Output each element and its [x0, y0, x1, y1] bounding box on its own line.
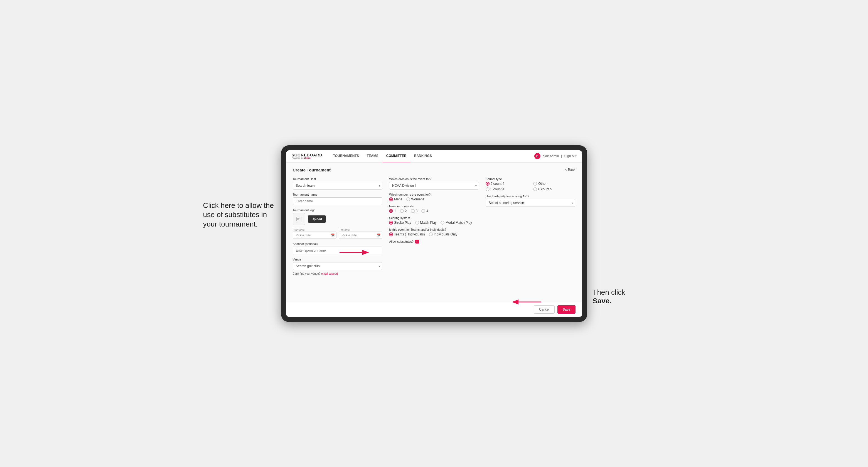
format-6count4-option[interactable]: 6 count 4	[486, 187, 528, 191]
scoring-medal-radio[interactable]	[440, 221, 444, 225]
arrow-substitute	[337, 244, 370, 261]
format-type-group: Format type 5 count 4 Other	[486, 177, 576, 191]
scoring-api-group: Use third-party live scoring API? Select…	[486, 194, 576, 207]
scoring-api-select[interactable]: Select a scoring service	[486, 199, 576, 207]
format-other-label: Other	[538, 182, 547, 186]
dates-group: Start date 📅 End date	[293, 228, 383, 239]
scoring-medal-label: Medal Match Play	[445, 221, 472, 225]
format-6count4-radio[interactable]	[486, 187, 490, 191]
round-1-label: 1	[394, 209, 396, 213]
scoring-match-radio[interactable]	[415, 221, 419, 225]
format-6count5-radio[interactable]	[533, 187, 537, 191]
tournament-name-group: Tournament name	[293, 193, 383, 205]
scoring-stroke-option[interactable]: Stroke Play	[389, 221, 411, 225]
round-3-radio[interactable]	[411, 209, 415, 213]
event-type-radio-group: Teams (+Individuals) Individuals Only	[389, 232, 479, 236]
main-content: Create Tournament < Back Tournament Host…	[286, 162, 582, 302]
tournament-host-group: Tournament Host Search team	[293, 177, 383, 189]
round-4-radio[interactable]	[421, 209, 425, 213]
tablet-frame: SCOREBOARD Powered by clippd TOURNAMENTS…	[281, 145, 587, 322]
logo-upload-area: Upload	[293, 213, 383, 225]
scoring-match-option[interactable]: Match Play	[415, 221, 437, 225]
format-5count4-radio[interactable]	[486, 182, 490, 186]
individuals-radio[interactable]	[429, 232, 433, 236]
teams-label: Teams (+Individuals)	[394, 232, 425, 236]
sign-out-link[interactable]: Sign out	[564, 154, 576, 158]
substitutes-checkbox-group: Allow substitutes?	[389, 240, 479, 244]
page-title: Create Tournament	[293, 167, 331, 172]
logo-area: SCOREBOARD Powered by clippd	[292, 153, 322, 159]
scoring-stroke-radio[interactable]	[389, 221, 393, 225]
round-2-radio[interactable]	[400, 209, 404, 213]
tournament-name-input[interactable]	[293, 197, 383, 205]
event-type-group: Is this event for Teams and/or Individua…	[389, 228, 479, 236]
start-date-input[interactable]	[293, 231, 337, 239]
teams-option[interactable]: Teams (+Individuals)	[389, 232, 425, 236]
format-5count4-option[interactable]: 5 count 4	[486, 182, 528, 186]
tournament-host-select[interactable]: Search team	[293, 182, 383, 189]
annotation-right: Then click Save.	[593, 288, 648, 305]
gender-mens-option[interactable]: Mens	[389, 197, 402, 201]
format-type-options: 5 count 4 Other 6 count 4	[486, 182, 576, 191]
division-select[interactable]: NCAA Division I	[389, 182, 479, 189]
tournament-logo-label: Tournament logo	[293, 209, 383, 212]
round-4-option[interactable]: 4	[421, 209, 428, 213]
round-1-option[interactable]: 1	[389, 209, 396, 213]
nav-link-teams[interactable]: TEAMS	[363, 150, 382, 162]
annotation-left: Click here to allow the use of substitut…	[203, 201, 276, 229]
nav-link-tournaments[interactable]: TOURNAMENTS	[329, 150, 363, 162]
tablet-screen: SCOREBOARD Powered by clippd TOURNAMENTS…	[286, 150, 582, 317]
logo-scoreboard: SCOREBOARD	[292, 153, 322, 157]
individuals-option[interactable]: Individuals Only	[429, 232, 458, 236]
event-type-label: Is this event for Teams and/or Individua…	[389, 228, 479, 231]
venue-select[interactable]: Search golf club	[293, 262, 383, 270]
tournament-logo-group: Tournament logo Upload	[293, 209, 383, 225]
substitutes-checkbox[interactable]	[415, 240, 419, 244]
gender-mens-radio[interactable]	[389, 197, 393, 201]
save-button[interactable]: Save	[557, 305, 575, 314]
format-6count4-label: 6 count 4	[491, 187, 504, 191]
scoring-medal-option[interactable]: Medal Match Play	[440, 221, 472, 225]
tournament-host-label: Tournament Host	[293, 177, 383, 181]
end-date-label: End date	[339, 228, 382, 231]
scoring-match-label: Match Play	[420, 221, 437, 225]
format-type-label: Format type	[486, 177, 576, 181]
logo-placeholder	[293, 213, 305, 225]
scoring-stroke-label: Stroke Play	[394, 221, 411, 225]
format-other-radio[interactable]	[533, 182, 537, 186]
gender-radio-group: Mens Womens	[389, 197, 479, 201]
user-name: blair admin	[543, 154, 559, 158]
round-2-option[interactable]: 2	[400, 209, 407, 213]
scoring-radio-group: Stroke Play Match Play Medal Match Play	[389, 221, 479, 225]
end-date-input[interactable]	[339, 231, 382, 239]
back-link[interactable]: < Back	[565, 168, 575, 172]
nav-link-committee[interactable]: COMMITTEE	[382, 150, 410, 162]
form-grid: Tournament Host Search team Tournament n…	[293, 177, 576, 275]
nav-links: TOURNAMENTS TEAMS COMMITTEE RANKINGS	[329, 150, 534, 162]
svg-rect-2	[297, 217, 301, 221]
rounds-label: Number of rounds	[389, 205, 479, 208]
gender-womens-radio[interactable]	[406, 197, 410, 201]
calendar-end-icon: 📅	[377, 233, 381, 237]
arrow-save	[511, 297, 544, 308]
gender-mens-label: Mens	[394, 197, 402, 201]
gender-label: Which gender is the event for?	[389, 193, 479, 196]
round-1-radio[interactable]	[389, 209, 393, 213]
substitutes-label: Allow substitutes?	[389, 240, 413, 243]
upload-button[interactable]: Upload	[308, 215, 326, 223]
gender-womens-option[interactable]: Womens	[406, 197, 425, 201]
nav-link-rankings[interactable]: RANKINGS	[410, 150, 436, 162]
individuals-label: Individuals Only	[434, 232, 458, 236]
start-date-label: Start date	[293, 228, 337, 231]
format-other-option[interactable]: Other	[533, 182, 575, 186]
format-6count5-option[interactable]: 6 count 5	[533, 187, 575, 191]
format-5count4-label: 5 count 4	[491, 182, 504, 186]
scoring-system-group: Scoring system Stroke Play Match Play	[389, 216, 479, 225]
round-4-label: 4	[426, 209, 428, 213]
form-col-3: Format type 5 count 4 Other	[486, 177, 576, 275]
teams-radio[interactable]	[389, 232, 393, 236]
rounds-radio-group: 1 2 3	[389, 209, 479, 213]
rounds-group: Number of rounds 1 2	[389, 205, 479, 213]
round-3-option[interactable]: 3	[411, 209, 418, 213]
email-support-link[interactable]: email support	[321, 272, 338, 275]
